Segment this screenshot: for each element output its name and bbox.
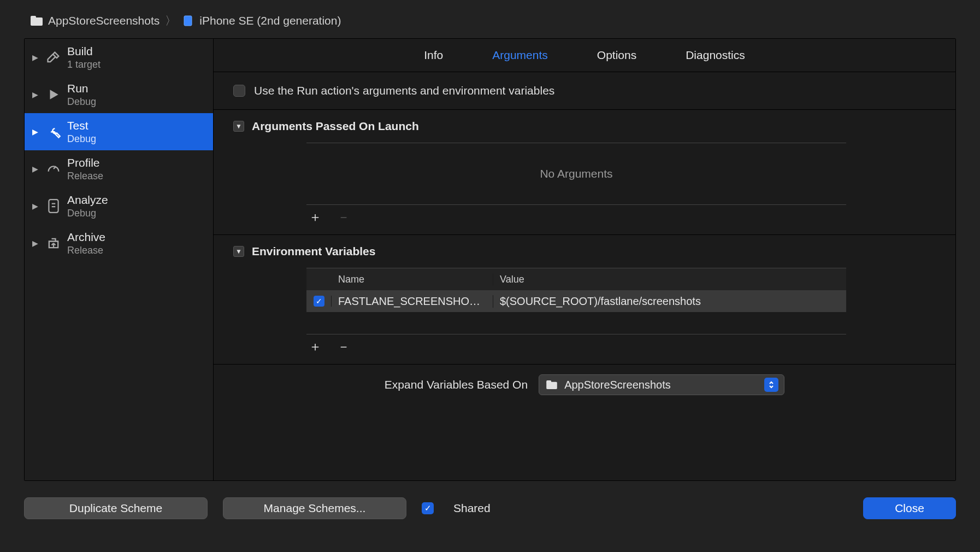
arguments-section-title: Arguments Passed On Launch xyxy=(252,120,419,133)
wrench-icon xyxy=(45,124,62,140)
project-icon xyxy=(31,16,43,26)
sidebar-item-subtitle: 1 target xyxy=(67,58,101,71)
use-run-args-row: Use the Run action's arguments and envir… xyxy=(214,72,955,110)
content-panel: Info Arguments Options Diagnostics Use t… xyxy=(214,39,955,480)
env-row-checkbox[interactable]: ✓ xyxy=(314,296,324,307)
sidebar: ▶ Build 1 target ▶ Run Debug xyxy=(25,39,214,480)
hammer-icon xyxy=(45,49,62,66)
svg-rect-5 xyxy=(546,380,551,383)
use-run-args-label: Use the Run action's arguments and envir… xyxy=(254,84,554,97)
gauge-icon xyxy=(45,161,62,177)
tab-options[interactable]: Options xyxy=(597,49,636,62)
use-run-args-checkbox[interactable] xyxy=(233,85,245,97)
scheme-editor-window: AppStoreScreenshots 〉 iPhone SE (2nd gen… xyxy=(0,0,980,552)
disclosure-icon: ▶ xyxy=(32,53,40,62)
add-env-button[interactable]: ＋ xyxy=(309,340,322,353)
sidebar-item-subtitle: Debug xyxy=(67,207,108,220)
manage-schemes-button[interactable]: Manage Schemes... xyxy=(223,497,406,519)
tab-info[interactable]: Info xyxy=(424,49,443,62)
disclosure-icon: ▶ xyxy=(32,165,40,173)
sidebar-item-subtitle: Release xyxy=(67,170,103,183)
env-header-value[interactable]: Value xyxy=(493,274,846,285)
tab-diagnostics[interactable]: Diagnostics xyxy=(686,49,745,62)
sidebar-item-profile[interactable]: ▶ Profile Release xyxy=(25,150,213,187)
breadcrumb-device[interactable]: iPhone SE (2nd generation) xyxy=(199,14,341,27)
env-table-header: Name Value xyxy=(306,268,846,290)
device-icon xyxy=(182,16,194,26)
sidebar-item-title: Analyze xyxy=(67,193,108,207)
expand-row: Expand Variables Based On AppStoreScreen… xyxy=(214,365,955,405)
archive-icon xyxy=(45,235,62,251)
remove-env-button[interactable]: － xyxy=(337,340,350,353)
sidebar-item-archive[interactable]: ▶ Archive Release xyxy=(25,225,213,262)
disclosure-down-icon[interactable]: ▼ xyxy=(233,246,244,257)
sidebar-item-analyze[interactable]: ▶ Analyze Debug xyxy=(25,187,213,225)
expand-label: Expand Variables Based On xyxy=(385,378,528,391)
tab-arguments[interactable]: Arguments xyxy=(492,49,548,62)
env-row-name[interactable]: FASTLANE_SCREENSHO… xyxy=(332,295,493,308)
sidebar-item-title: Archive xyxy=(67,230,105,244)
env-section: ▼ Environment Variables Name Value ✓ FAS… xyxy=(214,235,955,365)
breadcrumb[interactable]: AppStoreScreenshots 〉 iPhone SE (2nd gen… xyxy=(0,0,980,38)
duplicate-scheme-button[interactable]: Duplicate Scheme xyxy=(24,497,208,519)
arguments-section-header[interactable]: ▼ Arguments Passed On Launch xyxy=(214,110,955,143)
disclosure-down-icon[interactable]: ▼ xyxy=(233,121,244,132)
disclosure-icon: ▶ xyxy=(32,202,40,210)
chevron-up-down-icon xyxy=(764,378,778,392)
svg-rect-2 xyxy=(184,16,192,26)
disclosure-icon: ▶ xyxy=(32,90,40,99)
play-icon xyxy=(45,86,62,103)
sidebar-item-title: Run xyxy=(67,81,96,96)
breadcrumb-separator: 〉 xyxy=(165,13,176,28)
env-table-row[interactable]: ✓ FASTLANE_SCREENSHO… $(SOURCE_ROOT)/fas… xyxy=(306,290,846,312)
expand-select-value: AppStoreScreenshots xyxy=(564,379,758,391)
env-section-header[interactable]: ▼ Environment Variables xyxy=(214,235,955,268)
sidebar-item-subtitle: Debug xyxy=(67,133,96,145)
arguments-empty-text: No Arguments xyxy=(306,143,846,205)
add-argument-button[interactable]: ＋ xyxy=(309,210,322,224)
main-area: ▶ Build 1 target ▶ Run Debug xyxy=(24,38,956,481)
tab-bar: Info Arguments Options Diagnostics xyxy=(214,39,955,72)
disclosure-icon: ▶ xyxy=(32,127,40,136)
expand-select[interactable]: AppStoreScreenshots xyxy=(539,374,784,395)
sidebar-item-build[interactable]: ▶ Build 1 target xyxy=(25,39,213,76)
sidebar-item-title: Test xyxy=(67,119,96,133)
env-table: Name Value ✓ FASTLANE_SCREENSHO… $(SOURC… xyxy=(306,268,846,312)
close-button[interactable]: Close xyxy=(863,497,956,519)
sidebar-item-subtitle: Release xyxy=(67,244,105,257)
breadcrumb-project[interactable]: AppStoreScreenshots xyxy=(48,14,160,27)
project-icon xyxy=(546,380,558,390)
sidebar-item-title: Profile xyxy=(67,156,103,170)
arguments-section: ▼ Arguments Passed On Launch No Argument… xyxy=(214,110,955,235)
shared-checkbox[interactable]: ✓ xyxy=(422,502,434,514)
remove-argument-button[interactable]: － xyxy=(337,210,350,224)
sidebar-item-subtitle: Debug xyxy=(67,96,96,108)
svg-rect-1 xyxy=(31,16,36,19)
sidebar-item-run[interactable]: ▶ Run Debug xyxy=(25,76,213,113)
footer: Duplicate Scheme Manage Schemes... ✓ Sha… xyxy=(0,481,980,536)
sidebar-item-title: Build xyxy=(67,44,101,58)
analyze-icon xyxy=(45,198,62,214)
env-header-name[interactable]: Name xyxy=(332,274,493,285)
shared-label: Shared xyxy=(453,502,491,515)
sidebar-item-test[interactable]: ▶ Test Debug xyxy=(25,113,213,150)
env-row-value[interactable]: $(SOURCE_ROOT)/fastlane/screenshots xyxy=(493,295,846,308)
disclosure-icon: ▶ xyxy=(32,239,40,248)
env-section-title: Environment Variables xyxy=(252,245,375,258)
